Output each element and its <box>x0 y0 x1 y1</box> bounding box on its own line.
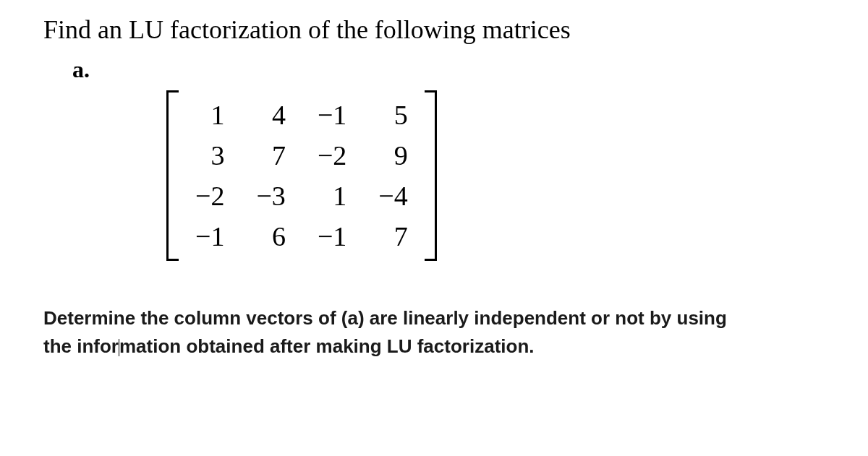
matrix-cell: −1 <box>302 216 362 257</box>
matrix-cell: −3 <box>240 176 301 216</box>
matrix-cell: 9 <box>362 135 423 176</box>
matrix-row: −2 −3 1 −4 <box>179 176 424 216</box>
matrix-cell: −4 <box>362 176 423 216</box>
matrix-cell: 1 <box>179 95 240 135</box>
matrix-row: −1 6 −1 7 <box>179 216 424 257</box>
question-text: Determine the column vectors of (a) are … <box>43 304 825 361</box>
matrix-cell: 7 <box>362 216 423 257</box>
matrix-row: 1 4 −1 5 <box>179 95 424 135</box>
matrix-cell: 5 <box>362 95 423 135</box>
matrix-cell: 1 <box>302 176 362 216</box>
matrix-cell: 7 <box>240 135 301 176</box>
matrix-cell: 6 <box>240 216 301 257</box>
page-title: Find an LU factorization of the followin… <box>43 14 825 45</box>
matrix-cell: −2 <box>179 176 240 216</box>
matrix-table: 1 4 −1 5 3 7 −2 9 −2 −3 1 −4 −1 6 −1 7 <box>179 95 424 257</box>
matrix-row: 3 7 −2 9 <box>179 135 424 176</box>
matrix-cell: −1 <box>302 95 362 135</box>
question-line2a: the infor <box>43 335 119 357</box>
matrix-cell: −2 <box>302 135 362 176</box>
matrix-cell: 4 <box>240 95 301 135</box>
subpart-label: a. <box>72 56 825 83</box>
question-line1: Determine the column vectors of (a) are … <box>43 307 727 329</box>
matrix-container: 1 4 −1 5 3 7 −2 9 −2 −3 1 −4 −1 6 −1 7 <box>166 90 825 261</box>
question-line2b: mation obtained after making LU factoriz… <box>119 335 535 357</box>
matrix-cell: 3 <box>179 135 240 176</box>
matrix-cell: −1 <box>179 216 240 257</box>
matrix-brackets: 1 4 −1 5 3 7 −2 9 −2 −3 1 −4 −1 6 −1 7 <box>166 90 437 261</box>
